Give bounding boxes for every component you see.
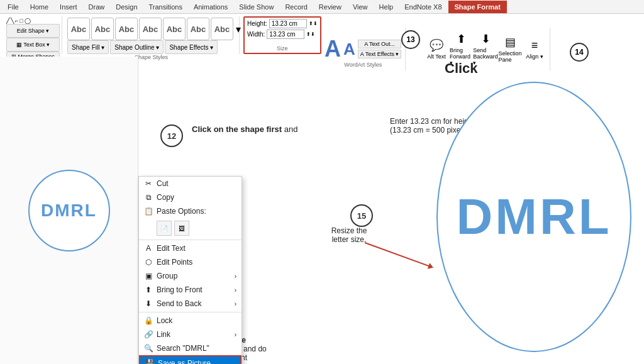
abc-btn-5[interactable]: Abc bbox=[163, 18, 186, 40]
width-row: Width: ⬆⬇ bbox=[247, 30, 315, 39]
ctx-link[interactable]: 🔗 Link › bbox=[139, 328, 242, 341]
annotation-14: 14 bbox=[570, 43, 589, 62]
ribbon-body: ╱ ╲ ⌐ □ ◯ Edit Shape ▾ ▦ Text Box ▾ ⊞ Me… bbox=[0, 14, 644, 57]
ribbon-tab-bar: File Home Insert Draw Design Transitions… bbox=[0, 0, 644, 14]
annotation-13: 13 bbox=[401, 30, 420, 49]
height-input[interactable] bbox=[269, 19, 307, 28]
tab-design[interactable]: Design bbox=[111, 2, 142, 12]
edit-shape-btn[interactable]: Edit Shape ▾ bbox=[6, 24, 60, 38]
wordart-a-medium[interactable]: A bbox=[343, 40, 355, 59]
abc-btn-4[interactable]: Abc bbox=[139, 18, 162, 40]
edit-text-icon: A bbox=[144, 244, 153, 253]
text-out-btn[interactable]: A Text Out... bbox=[358, 40, 402, 48]
paste-icon-1[interactable]: 📄 bbox=[157, 221, 172, 236]
main-content: Click DMRL 12 Click on the shape first a… bbox=[0, 57, 644, 364]
abc-btn-7[interactable]: Abc bbox=[211, 18, 233, 40]
selection-pane-icon: ▤ bbox=[505, 35, 516, 49]
abc-btn-1[interactable]: Abc bbox=[67, 18, 90, 40]
slide-circle: DMRL bbox=[28, 170, 110, 251]
tab-record[interactable]: Record bbox=[280, 2, 312, 12]
ctx-search-label: Search "DMRL" bbox=[157, 344, 209, 353]
tab-home[interactable]: Home bbox=[25, 2, 53, 12]
send-back-icon: ⬇ bbox=[144, 299, 153, 308]
width-input[interactable] bbox=[267, 30, 304, 39]
lock-icon: 🔒 bbox=[144, 316, 153, 325]
ctx-edit-text[interactable]: A Edit Text bbox=[139, 241, 242, 255]
slide-dmrl-text: DMRL bbox=[41, 201, 97, 221]
abc-btn-6[interactable]: Abc bbox=[187, 18, 209, 40]
tab-shape-format[interactable]: Shape Format bbox=[448, 1, 507, 13]
ctx-group[interactable]: ▣ Group › bbox=[139, 269, 242, 283]
shapes-row3: ▦ Text Box ▾ bbox=[6, 38, 60, 52]
group-arrow: › bbox=[235, 273, 236, 280]
ctx-edit-points[interactable]: ⬡ Edit Points bbox=[139, 255, 242, 269]
copy-icon: ⧉ bbox=[144, 193, 153, 202]
shape-styles-section: Abc Abc Abc Abc Abc Abc Abc ▾ Shape Fill… bbox=[64, 16, 240, 54]
instr12-suffix: and bbox=[284, 124, 298, 134]
ctx-copy[interactable]: ⧉ Copy bbox=[139, 190, 242, 204]
instruction-15: Resize the letter size. bbox=[311, 226, 387, 244]
ctx-save-as-picture[interactable]: 💾 Save as Picture... bbox=[139, 355, 242, 364]
ctx-lock-label: Lock bbox=[157, 316, 172, 325]
save-as-picture-icon: 💾 bbox=[145, 359, 154, 364]
shape-effects-btn[interactable]: Shape Effects ▾ bbox=[165, 40, 218, 54]
annotation-15: 15 bbox=[350, 204, 373, 227]
ctx-save-as-picture-label: Save as Picture... bbox=[158, 359, 217, 364]
shape-styles-expand[interactable]: ▾ bbox=[236, 23, 241, 35]
tab-endnote[interactable]: EndNote X8 bbox=[399, 2, 447, 12]
shape-fill-btn[interactable]: Shape Fill ▾ bbox=[67, 40, 109, 54]
search-icon: 🔍 bbox=[144, 344, 153, 353]
abc-btn-2[interactable]: Abc bbox=[91, 18, 114, 40]
paste-icon-2[interactable]: 🖼 bbox=[174, 221, 189, 236]
large-circle-dmrl-text: DMRL bbox=[456, 188, 611, 246]
shape-outline-btn[interactable]: Shape Outline ▾ bbox=[110, 40, 164, 54]
tab-animations[interactable]: Animations bbox=[189, 2, 233, 12]
height-label: Height: bbox=[247, 20, 267, 27]
shapes-row2: Edit Shape ▾ bbox=[6, 24, 60, 38]
tab-view[interactable]: View bbox=[348, 2, 373, 12]
tab-transitions[interactable]: Transitions bbox=[144, 2, 187, 12]
instruction-12: Click on the shape first and bbox=[192, 124, 297, 134]
abc-row: Abc Abc Abc Abc Abc Abc Abc ▾ bbox=[67, 18, 241, 40]
text-box-btn[interactable]: ▦ Text Box ▾ bbox=[6, 38, 60, 52]
insert-shapes-section: ╱ ╲ ⌐ □ ◯ Edit Shape ▾ ▦ Text Box ▾ ⊞ Me… bbox=[3, 16, 62, 54]
width-label: Width: bbox=[247, 31, 265, 38]
tab-insert[interactable]: Insert bbox=[55, 2, 82, 12]
ctx-copy-label: Copy bbox=[157, 193, 174, 202]
ctx-bring-front[interactable]: ⬆ Bring to Front › bbox=[139, 283, 242, 297]
ctx-send-back[interactable]: ⬇ Send to Back › bbox=[139, 297, 242, 311]
ctx-search[interactable]: 🔍 Search "DMRL" bbox=[139, 341, 242, 355]
ctx-send-back-label: Send to Back bbox=[157, 299, 201, 308]
size-label: Size bbox=[277, 45, 288, 52]
height-spinner[interactable]: ⬆⬇ bbox=[309, 21, 318, 26]
ctx-cut[interactable]: ✂ Cut bbox=[139, 177, 242, 190]
tab-file[interactable]: File bbox=[3, 2, 24, 12]
ctx-paste-options: 📋 Paste Options: bbox=[139, 204, 242, 218]
ctx-sep-2 bbox=[139, 312, 242, 312]
ctx-edit-points-label: Edit Points bbox=[157, 258, 192, 267]
edit-points-icon: ⬡ bbox=[144, 258, 153, 267]
wordart-side-btns: A Text Out... A Text Effects ▾ bbox=[358, 40, 402, 58]
paste-icon: 📋 bbox=[144, 207, 153, 216]
cut-icon: ✂ bbox=[144, 179, 153, 188]
shape-tool-5[interactable]: ◯ bbox=[25, 18, 31, 24]
size-section: Height: ⬆⬇ Width: ⬆⬇ Size bbox=[243, 16, 321, 54]
tab-draw[interactable]: Draw bbox=[84, 2, 110, 12]
slide-area: DMRL bbox=[0, 57, 138, 364]
large-circle: DMRL bbox=[436, 82, 631, 352]
shape-tool-2[interactable]: ╲ bbox=[11, 18, 14, 24]
link-arrow: › bbox=[235, 331, 236, 338]
paste-icons-row: 📄 🖼 bbox=[139, 218, 242, 238]
width-spinner[interactable]: ⬆⬇ bbox=[306, 31, 315, 37]
ctx-lock[interactable]: 🔒 Lock bbox=[139, 314, 242, 328]
abc-btn-3[interactable]: Abc bbox=[115, 18, 138, 40]
ctx-paste-label: Paste Options: bbox=[157, 207, 206, 216]
shape-tool-1[interactable]: ╱ bbox=[6, 18, 9, 24]
tab-slideshow[interactable]: Slide Show bbox=[234, 2, 279, 12]
tab-review[interactable]: Review bbox=[314, 2, 347, 12]
shape-tool-3[interactable]: ⌐ bbox=[15, 18, 18, 24]
shape-tool-4[interactable]: □ bbox=[19, 18, 23, 24]
tab-help[interactable]: Help bbox=[374, 2, 399, 12]
shape-fill-row: Shape Fill ▾ Shape Outline ▾ Shape Effec… bbox=[67, 40, 218, 54]
alt-text-icon: 💬 bbox=[430, 38, 443, 52]
